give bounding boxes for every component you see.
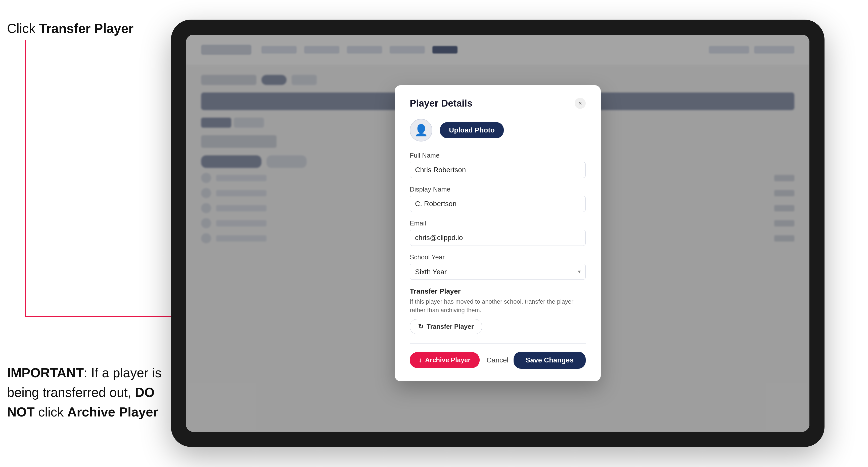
- annotation-vertical-line: [25, 40, 26, 317]
- full-name-input[interactable]: [410, 162, 586, 178]
- tablet-screen: Player Details × 👤 Upload Photo Full Nam…: [186, 35, 809, 432]
- modal-close-button[interactable]: ×: [575, 98, 586, 109]
- school-year-field: School Year First Year Second Year Third…: [410, 253, 586, 280]
- modal-footer: ↓ Archive Player Cancel Save Changes: [410, 343, 586, 369]
- transfer-player-button[interactable]: ↻ Transfer Player: [410, 319, 482, 334]
- avatar-icon: 👤: [414, 124, 428, 137]
- tablet-device: Player Details × 👤 Upload Photo Full Nam…: [171, 20, 825, 447]
- instruction-bottom: IMPORTANT: If a player is being transfer…: [7, 363, 161, 422]
- school-year-select-wrapper: First Year Second Year Third Year Fourth…: [410, 264, 586, 280]
- email-field: Email: [410, 219, 586, 246]
- instruction-top: Click Transfer Player: [7, 20, 133, 37]
- school-year-label: School Year: [410, 253, 586, 261]
- avatar-circle: 👤: [410, 119, 432, 142]
- photo-upload-row: 👤 Upload Photo: [410, 119, 586, 142]
- instruction-archive-player: Archive Player: [67, 405, 158, 419]
- archive-button-label: Archive Player: [425, 356, 471, 364]
- modal-title: Player Details: [410, 98, 472, 109]
- instruction-top-prefix: Click: [7, 21, 39, 36]
- display-name-input[interactable]: [410, 196, 586, 212]
- email-input[interactable]: [410, 230, 586, 246]
- player-details-modal: Player Details × 👤 Upload Photo Full Nam…: [395, 85, 601, 381]
- modal-overlay: Player Details × 👤 Upload Photo Full Nam…: [186, 35, 809, 432]
- archive-player-button[interactable]: ↓ Archive Player: [410, 352, 479, 368]
- transfer-player-section: Transfer Player If this player has moved…: [410, 287, 586, 334]
- transfer-section-title: Transfer Player: [410, 287, 586, 295]
- instruction-top-bold: Transfer Player: [39, 21, 133, 36]
- school-year-select[interactable]: First Year Second Year Third Year Fourth…: [410, 264, 586, 280]
- instruction-important: IMPORTANT: [7, 366, 84, 380]
- close-icon: ×: [579, 100, 582, 107]
- upload-photo-button[interactable]: Upload Photo: [440, 122, 504, 138]
- transfer-button-label: Transfer Player: [427, 323, 474, 331]
- full-name-field: Full Name: [410, 152, 586, 178]
- full-name-label: Full Name: [410, 152, 586, 159]
- archive-icon: ↓: [419, 356, 422, 364]
- transfer-icon: ↻: [418, 323, 424, 331]
- cancel-button[interactable]: Cancel: [487, 356, 508, 364]
- transfer-section-description: If this player has moved to another scho…: [410, 297, 586, 314]
- save-changes-button[interactable]: Save Changes: [514, 352, 586, 369]
- email-label: Email: [410, 219, 586, 227]
- display-name-label: Display Name: [410, 186, 586, 193]
- display-name-field: Display Name: [410, 186, 586, 212]
- modal-header: Player Details ×: [410, 98, 586, 109]
